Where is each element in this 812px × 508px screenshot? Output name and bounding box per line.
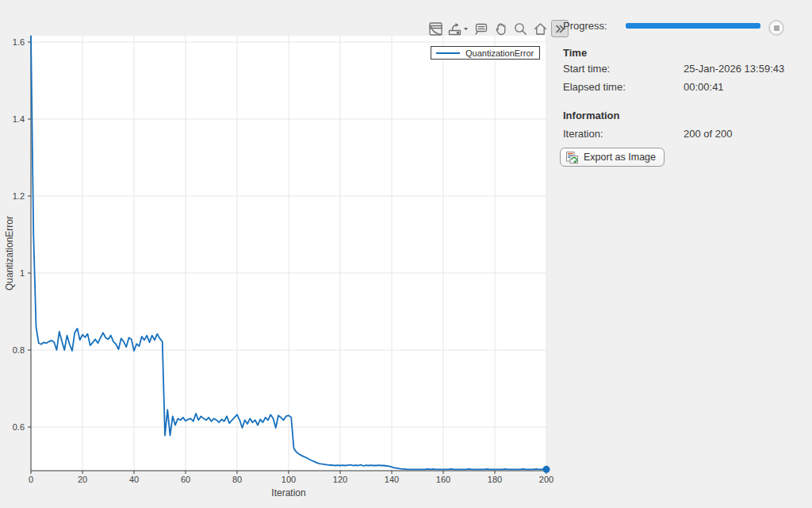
quantization-error-plot: 0204060801001201401601802000.60.811.21.4… (0, 0, 555, 508)
axes-toolbar (427, 19, 569, 38)
stop-icon (774, 25, 779, 31)
y-tick-label: 1 (20, 268, 25, 278)
pan-button[interactable] (492, 20, 509, 37)
legend-line-sample (436, 52, 460, 54)
x-tick-label: 180 (488, 475, 502, 484)
export-as-image-label: Export as Image (584, 152, 656, 163)
legend-label: QuantizationError (465, 48, 534, 58)
export-as-image-button[interactable]: Export as Image (560, 148, 665, 167)
x-tick-label: 40 (129, 475, 139, 484)
y-tick-label: 0.6 (13, 422, 25, 432)
stop-button[interactable] (768, 20, 784, 36)
start-time-label: Start time: (563, 63, 610, 75)
y-tick-label: 1.6 (13, 37, 25, 47)
progress-label: Progress: (563, 20, 607, 32)
legend: QuantizationError (431, 46, 540, 60)
time-section-heading: Time (563, 47, 587, 59)
x-axis-label: Iteration (190, 487, 388, 498)
zoom-magnifier-icon (513, 21, 528, 37)
datatip-button[interactable] (472, 20, 489, 37)
x-tick-label: 100 (282, 475, 296, 484)
home-icon (533, 21, 548, 37)
zoom-button[interactable] (511, 20, 529, 37)
iteration-value: 200 of 200 (684, 128, 732, 140)
iteration-label: Iteration: (563, 128, 603, 140)
last-point-marker (543, 466, 550, 473)
x-tick-label: 120 (333, 475, 347, 484)
chart-panel-icon (428, 21, 443, 37)
y-tick-label: 0.8 (13, 345, 25, 355)
datatip-icon (473, 21, 488, 37)
start-time-value: 25-Jan-2026 13:59:43 (684, 63, 784, 75)
chart-panel-button[interactable] (427, 20, 444, 37)
x-tick-label: 200 (539, 475, 553, 484)
x-tick-label: 60 (181, 475, 190, 484)
information-section-heading: Information (563, 110, 620, 121)
y-tick-label: 1.4 (13, 114, 25, 124)
x-tick-label: 20 (78, 475, 87, 484)
x-tick-label: 0 (29, 475, 33, 484)
x-tick-label: 160 (436, 475, 450, 484)
export-icon (447, 21, 469, 37)
elapsed-time-value: 00:00:41 (684, 81, 724, 93)
home-button[interactable] (531, 20, 549, 37)
x-tick-label: 80 (232, 475, 242, 484)
pan-hand-icon (493, 21, 508, 37)
export-as-image-icon (565, 151, 579, 164)
progress-bar (626, 23, 760, 29)
y-axis-label: QuantizationError (4, 190, 15, 317)
x-tick-label: 140 (385, 475, 399, 484)
export-button[interactable] (446, 20, 469, 37)
elapsed-time-label: Elapsed time: (563, 81, 626, 93)
progress-bar-fill (626, 23, 760, 29)
training-progress-window: 0204060801001201401601802000.60.811.21.4… (0, 0, 812, 508)
